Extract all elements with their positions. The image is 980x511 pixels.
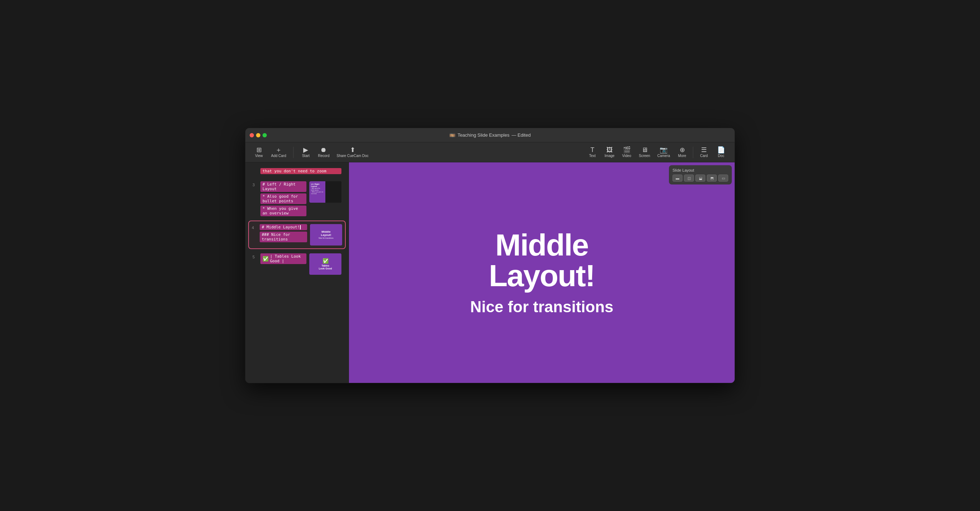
toolbar-divider-2 bbox=[693, 147, 693, 158]
thumb-bullet: · When you give an overview bbox=[311, 191, 324, 195]
tables-text: | Tables Look Good | bbox=[270, 254, 304, 263]
thumb-title: MiddleLayout! bbox=[321, 230, 331, 237]
layout-full-icon: ▬ bbox=[676, 176, 679, 180]
screen-icon: 🖥 bbox=[641, 147, 648, 153]
toolbar-control-group: ▶ Start ⏺ Record ⬆ Share CueCam Doc bbox=[298, 145, 371, 159]
layout-split-button[interactable]: ⬒ bbox=[707, 175, 717, 182]
slide-content: that you don't need to zoom bbox=[260, 168, 341, 174]
record-button[interactable]: ⏺ Record bbox=[315, 145, 332, 159]
screen-button[interactable]: 🖥 Screen bbox=[636, 145, 653, 159]
toolbar-right-group: T Text 🖼 Image 🎬 Video 🖥 Screen 📷 Camera… bbox=[585, 145, 729, 159]
slide-number: 5 bbox=[253, 253, 258, 259]
slide-item-active[interactable]: 4 # Middle Layout! ### Nice for transiti… bbox=[248, 221, 346, 249]
doc-icon: 📄 bbox=[717, 147, 725, 153]
layout-left-panel-button[interactable]: ◫ bbox=[684, 175, 694, 182]
video-button[interactable]: 🎬 Video bbox=[619, 145, 635, 159]
toolbar-divider-1 bbox=[293, 147, 294, 158]
minimize-button[interactable] bbox=[256, 133, 260, 137]
app-window: 🎞️ Teaching Slide Examples — Edited ⊞ Vi… bbox=[245, 128, 735, 383]
image-label: Image bbox=[605, 154, 615, 158]
traffic-lights bbox=[250, 133, 267, 137]
slide-text-line1: that you don't need to zoom bbox=[260, 168, 341, 174]
card-label: Card bbox=[700, 154, 708, 158]
toolbar: ⊞ View ＋ Add Card ▶ Start ⏺ Record ⬆ Sha… bbox=[245, 142, 735, 162]
play-icon: ▶ bbox=[303, 147, 308, 153]
thumb-text: TablesLook Good bbox=[319, 264, 332, 270]
thumb-title: L/t / Right Layout bbox=[311, 183, 324, 187]
slide-text-line1: # Middle Layout! bbox=[259, 224, 307, 230]
slide-number bbox=[253, 168, 258, 170]
add-card-button[interactable]: ＋ Add Card bbox=[268, 145, 289, 159]
layout-overlay-button[interactable]: ▭ bbox=[718, 175, 728, 182]
slide-text-line2: ### Nice for transitions bbox=[259, 232, 307, 242]
slide-thumbnail: ✅ TablesLook Good bbox=[309, 253, 341, 275]
main-content: that you don't need to zoom 3 # Left / R… bbox=[245, 162, 735, 383]
slide-item[interactable]: 5 ✅ | Tables Look Good | ✅ TablesLook Go… bbox=[248, 251, 346, 278]
record-icon: ⏺ bbox=[320, 147, 327, 153]
toolbar-view-group: ⊞ View ＋ Add Card bbox=[251, 145, 289, 159]
more-button[interactable]: ⊕ More bbox=[674, 145, 690, 159]
window-edited-label: — Edited bbox=[511, 132, 530, 138]
screen-label: Screen bbox=[639, 154, 651, 158]
doc-button[interactable]: 📄 Doc bbox=[713, 145, 729, 159]
card-icon: ☰ bbox=[701, 147, 707, 153]
window-title-group: 🎞️ Teaching Slide Examples — Edited bbox=[449, 132, 531, 138]
slide-layout-label: Slide Layout bbox=[673, 168, 728, 172]
layout-full-button[interactable]: ▬ bbox=[673, 175, 682, 182]
share-icon: ⬆ bbox=[350, 147, 355, 153]
share-button[interactable]: ⬆ Share CueCam Doc bbox=[334, 145, 371, 159]
doc-label: Doc bbox=[718, 154, 724, 158]
slide-number: 4 bbox=[252, 224, 257, 230]
camera-icon: 📷 bbox=[660, 147, 668, 153]
view-button[interactable]: ⊞ View bbox=[251, 145, 267, 159]
text-button[interactable]: T Text bbox=[585, 145, 600, 159]
main-slide-subtitle: Nice for transitions bbox=[470, 298, 614, 316]
slide-item[interactable]: 3 # Left / Right Layout * Also good for … bbox=[248, 178, 346, 219]
slide-content: # Left / Right Layout * Also good for bu… bbox=[260, 181, 306, 216]
layout-left-icon: ◫ bbox=[687, 176, 691, 180]
more-icon: ⊕ bbox=[679, 147, 685, 153]
layout-overlay-icon: ▭ bbox=[722, 176, 725, 180]
more-label: More bbox=[678, 154, 686, 158]
maximize-button[interactable] bbox=[262, 133, 267, 137]
layout-right-panel-button[interactable]: ⬓ bbox=[695, 175, 705, 182]
thumb-check-icon: ✅ bbox=[323, 258, 329, 264]
slide-text-line2: * Also good for bullet points bbox=[260, 194, 306, 204]
add-card-label: Add Card bbox=[271, 154, 286, 158]
layout-split-icon: ⬒ bbox=[710, 176, 714, 180]
record-label: Record bbox=[318, 154, 329, 158]
video-icon: 🎬 bbox=[623, 147, 631, 153]
slide-item[interactable]: that you don't need to zoom bbox=[248, 165, 346, 177]
slide-thumbnail: MiddleLayout! Nice for transitions bbox=[310, 224, 342, 246]
slide-content: ✅ | Tables Look Good | bbox=[260, 253, 306, 264]
main-slide-title: Middle Layout! bbox=[489, 229, 595, 291]
slide-text-line1: ✅ | Tables Look Good | bbox=[260, 253, 306, 264]
text-label: Text bbox=[589, 154, 596, 158]
thumb-subtitle: Nice for transitions bbox=[318, 237, 333, 239]
slide-thumbnail: L/t / Right Layout · Also good for bulle… bbox=[309, 181, 341, 203]
slide-view: Slide Layout ▬ ◫ ⬓ ⬒ ▭ bbox=[349, 162, 735, 383]
text-cursor bbox=[300, 225, 301, 229]
slide-layout-panel: Slide Layout ▬ ◫ ⬓ ⬒ ▭ bbox=[669, 165, 732, 184]
add-icon: ＋ bbox=[275, 147, 282, 153]
thumb-bullet: · Also good for bullet points bbox=[311, 187, 324, 191]
image-button[interactable]: 🖼 Image bbox=[602, 145, 617, 159]
camera-label: Camera bbox=[657, 154, 670, 158]
checkmark-icon: ✅ bbox=[262, 256, 269, 262]
main-slide-title-line1: Middle bbox=[495, 228, 588, 262]
main-slide-title-line2: Layout! bbox=[489, 259, 595, 293]
slide-text-line1: # Left / Right Layout bbox=[260, 181, 306, 192]
video-label: Video bbox=[622, 154, 631, 158]
document-icon: 🎞️ bbox=[449, 132, 455, 138]
camera-button[interactable]: 📷 Camera bbox=[654, 145, 673, 159]
title-bar: 🎞️ Teaching Slide Examples — Edited bbox=[245, 128, 735, 142]
close-button[interactable] bbox=[250, 133, 254, 137]
window-title: Teaching Slide Examples bbox=[458, 132, 509, 138]
view-label: View bbox=[255, 154, 263, 158]
layout-right-icon: ⬓ bbox=[699, 176, 702, 180]
start-button[interactable]: ▶ Start bbox=[298, 145, 313, 159]
card-button[interactable]: ☰ Card bbox=[696, 145, 712, 159]
slide-panel[interactable]: that you don't need to zoom 3 # Left / R… bbox=[245, 162, 349, 383]
thumb-right bbox=[325, 181, 341, 203]
slide-content: # Middle Layout! ### Nice for transition… bbox=[259, 224, 307, 242]
